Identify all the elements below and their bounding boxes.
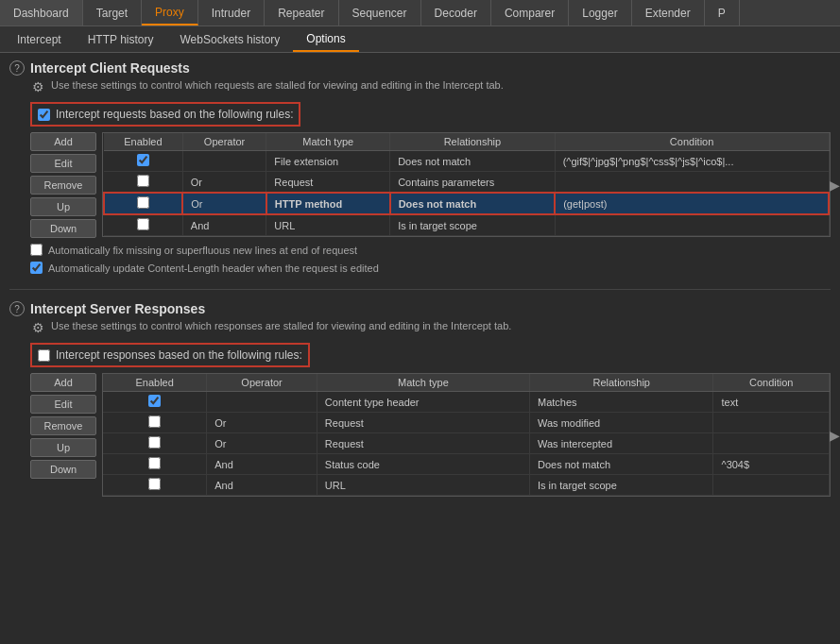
client-table-row[interactable]: OrHTTP methodDoes not match(get|post) [104, 193, 829, 214]
client-table-area: Add Edit Remove Up Down Enabled Operator… [30, 132, 831, 238]
nav-decoder[interactable]: Decoder [421, 0, 491, 25]
server-row-condition-cell [713, 433, 830, 454]
client-table-row[interactable]: OrRequestContains parameters [104, 172, 829, 194]
client-autofix-label: Automatically fix missing or superfluous… [48, 245, 357, 256]
client-edit-button[interactable]: Edit [30, 154, 96, 173]
client-row-enabled-cell [104, 151, 182, 172]
client-row-operator-cell: Or [182, 193, 266, 214]
server-row-condition-cell: text [713, 392, 830, 413]
client-intercept-rule-box: Intercept requests based on the followin… [30, 102, 300, 127]
client-row-enabled-cell [104, 193, 182, 214]
nav-logger[interactable]: Logger [569, 0, 631, 25]
client-rules-table-container: Enabled Operator Match type Relationship… [102, 132, 831, 237]
nav-target[interactable]: Target [83, 0, 142, 25]
nav-sequencer[interactable]: Sequencer [339, 0, 421, 25]
client-rules-table: Enabled Operator Match type Relationship… [103, 133, 830, 236]
server-table-row[interactable]: AndURLIs in target scope [103, 475, 830, 496]
server-up-button[interactable]: Up [30, 438, 96, 457]
server-row-relationship-cell: Does not match [530, 454, 713, 475]
server-row-enabled-checkbox[interactable] [148, 415, 161, 428]
server-row-matchtype-cell: URL [317, 475, 529, 496]
client-autoupdate-checkbox[interactable] [30, 262, 43, 274]
server-row-enabled-cell [103, 454, 207, 475]
client-row-enabled-checkbox[interactable] [137, 196, 149, 209]
server-edit-button[interactable]: Edit [30, 395, 96, 414]
server-table-wrapper: Enabled Operator Match type Relationship… [102, 373, 831, 497]
server-section-title: Intercept Server Responses [30, 301, 205, 316]
nav-extender[interactable]: Extender [632, 0, 705, 25]
nav-repeater[interactable]: Repeater [265, 0, 338, 25]
server-right-arrow: ▶ [830, 428, 840, 443]
client-row-operator-cell: Or [182, 172, 266, 194]
server-row-matchtype-cell: Request [317, 413, 529, 433]
client-row-matchtype-cell: File extension [266, 151, 390, 172]
client-down-button[interactable]: Down [30, 219, 96, 238]
server-row-enabled-checkbox[interactable] [148, 457, 161, 469]
client-row-enabled-checkbox[interactable] [137, 175, 149, 187]
client-requests-section: ? Intercept Client Requests ⚙ Use these … [9, 60, 831, 274]
client-row-condition-cell [555, 172, 829, 194]
subnav-websockets-history[interactable]: WebSockets history [167, 26, 294, 52]
client-col-enabled: Enabled [104, 133, 182, 151]
client-row-matchtype-cell: URL [266, 214, 390, 236]
server-row-operator-cell: And [207, 475, 317, 496]
client-intercept-rule-label: Intercept requests based on the followin… [56, 108, 293, 121]
client-intercept-checkbox[interactable] [38, 109, 50, 121]
client-row-matchtype-cell: HTTP method [266, 193, 390, 214]
nav-dashboard[interactable]: Dashboard [0, 0, 83, 25]
subnav-http-history[interactable]: HTTP history [75, 26, 167, 52]
client-row-relationship-cell: Contains parameters [390, 172, 556, 194]
nav-p[interactable]: P [705, 0, 740, 25]
client-row-enabled-checkbox[interactable] [137, 218, 149, 230]
client-autoupdate-label: Automatically update Content-Length head… [48, 263, 379, 274]
client-row-relationship-cell: Is in target scope [390, 214, 556, 236]
server-remove-button[interactable]: Remove [30, 416, 96, 435]
client-section-desc: Use these settings to control which requ… [51, 79, 504, 91]
client-remove-button[interactable]: Remove [30, 176, 96, 195]
nav-intruder[interactable]: Intruder [198, 0, 265, 25]
server-row-enabled-cell [103, 433, 207, 454]
server-table-row[interactable]: AndStatus codeDoes not match^304$ [103, 454, 830, 475]
server-col-enabled: Enabled [103, 374, 207, 392]
server-row-condition-cell: ^304$ [713, 454, 830, 475]
server-table-row[interactable]: Content type headerMatchestext [103, 392, 830, 413]
client-col-condition: Condition [555, 133, 829, 151]
server-row-enabled-checkbox[interactable] [148, 395, 161, 407]
client-col-matchtype: Match type [266, 133, 390, 151]
server-row-operator-cell: Or [207, 433, 317, 454]
client-row-operator-cell: And [182, 214, 266, 236]
subnav-intercept[interactable]: Intercept [4, 26, 75, 52]
client-row-condition-cell: (^gif$|^jpg$|^png$|^css$|^js$|^ico$|... [555, 151, 829, 172]
server-table-area: Add Edit Remove Up Down Enabled Operator… [30, 373, 831, 497]
client-row-relationship-cell: Does not match [390, 193, 556, 214]
client-row-enabled-checkbox[interactable] [137, 154, 149, 166]
server-responses-section: ? Intercept Server Responses ⚙ Use these… [9, 301, 831, 497]
subnav-options[interactable]: Options [293, 26, 358, 52]
server-row-enabled-cell [103, 413, 207, 433]
server-row-enabled-checkbox[interactable] [148, 478, 161, 490]
server-add-button[interactable]: Add [30, 373, 96, 392]
client-section-header: ? Intercept Client Requests [9, 60, 831, 76]
server-gear-icon[interactable]: ⚙ [30, 320, 45, 335]
server-row-relationship-cell: Matches [530, 392, 713, 413]
client-col-operator: Operator [182, 133, 266, 151]
server-intercept-checkbox[interactable] [38, 349, 50, 362]
client-table-row[interactable]: File extensionDoes not match(^gif$|^jpg$… [104, 151, 829, 172]
server-down-button[interactable]: Down [30, 460, 96, 479]
nav-comparer[interactable]: Comparer [491, 0, 569, 25]
server-row-enabled-checkbox[interactable] [148, 436, 161, 449]
server-help-icon[interactable]: ? [9, 301, 25, 316]
client-table-row[interactable]: AndURLIs in target scope [104, 214, 829, 236]
client-row-relationship-cell: Does not match [390, 151, 556, 172]
client-gear-icon[interactable]: ⚙ [30, 79, 45, 94]
server-table-row[interactable]: OrRequestWas intercepted [103, 433, 830, 454]
server-row-operator-cell: And [207, 454, 317, 475]
server-table-row[interactable]: OrRequestWas modified [103, 413, 830, 433]
nav-proxy[interactable]: Proxy [142, 0, 198, 25]
client-autofix-checkbox[interactable] [30, 244, 43, 256]
server-row-matchtype-cell: Content type header [317, 392, 529, 413]
client-add-button[interactable]: Add [30, 132, 96, 151]
client-row-matchtype-cell: Request [266, 172, 390, 194]
client-up-button[interactable]: Up [30, 197, 96, 216]
client-help-icon[interactable]: ? [9, 60, 25, 76]
